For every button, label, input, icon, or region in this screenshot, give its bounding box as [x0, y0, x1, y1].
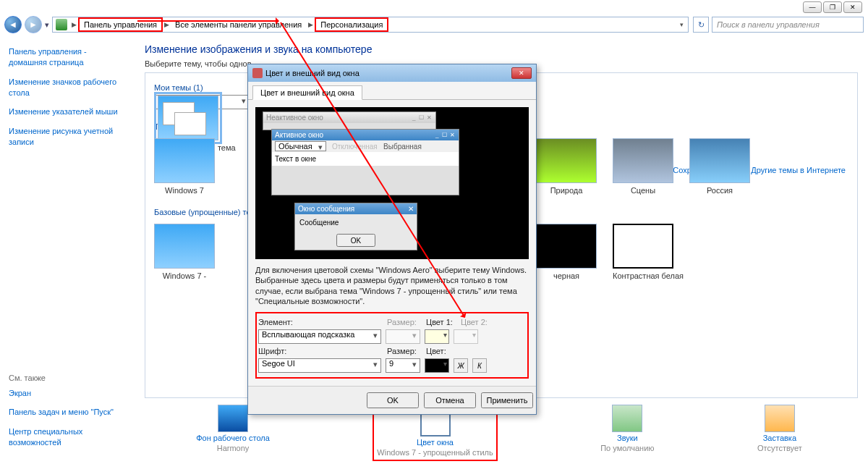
wallpaper-icon [218, 405, 248, 432]
see-also-heading: См. также [9, 374, 135, 382]
theme-hc-black[interactable]: черная [536, 224, 597, 280]
see-also-section: См. также Экран Панель задач и меню "Пус… [9, 374, 135, 457]
page-title: Изменение изображения и звука на компьют… [145, 43, 858, 55]
preview-inactive-window: Неактивное окно_ ☐ ✕ [263, 111, 436, 130]
msgbox-body: Сообщение [295, 214, 417, 231]
forward-button[interactable]: ► [25, 16, 42, 33]
menu-item: Обычная [275, 141, 326, 151]
tab-strip: Цвет и внешний вид окна [248, 82, 536, 100]
color-appearance-dialog: Цвет и внешний вид окна ✕ Цвет и внешний… [247, 64, 537, 415]
font-size-select[interactable]: 9 [386, 358, 420, 373]
history-dropdown-icon[interactable]: ▾ [45, 20, 49, 30]
element-row-highlight: Элемент: Размер: Цвет 1: Цвет 2: Всплыва… [255, 312, 529, 379]
element-row: Элемент: Размер: Цвет 1: Цвет 2: [258, 318, 526, 326]
label: Цвет окна [417, 438, 454, 447]
theme-thumbnail [158, 96, 218, 140]
appearance-preview: Неактивное окно_ ☐ ✕ Активное окно_ ☐ ✕ … [255, 107, 529, 259]
close-icon: ✕ [408, 205, 414, 213]
color1-label: Цвет 1: [426, 318, 456, 326]
active-title: Активное окно [275, 131, 323, 139]
theme-win7-basic[interactable]: Windows 7 - [154, 224, 215, 280]
seealso-ease-of-access[interactable]: Центр специальных возможностей [9, 426, 135, 448]
color1-picker[interactable] [425, 329, 449, 344]
sublabel: Отсутствует [757, 444, 802, 452]
chevron-right-icon[interactable]: ▶ [307, 21, 315, 28]
screensaver-button[interactable]: Заставка Отсутствует [757, 405, 802, 461]
sidebar-link-account-pic[interactable]: Изменение рисунка учетной записи [9, 126, 126, 148]
size-select [386, 329, 420, 344]
sidebar-link-home[interactable]: Панель управления - домашняя страница [9, 46, 126, 68]
sounds-icon [612, 405, 642, 432]
link-more-themes[interactable]: Другие темы в Интернете [751, 166, 846, 174]
dialog-close-button[interactable]: ✕ [511, 67, 532, 79]
element-select[interactable]: Всплывающая подсказка [258, 329, 381, 344]
close-button[interactable]: ✕ [843, 1, 862, 13]
cancel-button[interactable]: Отмена [424, 392, 476, 408]
control-panel-icon [56, 19, 67, 30]
chevron-right-icon[interactable]: ▶ [70, 21, 78, 28]
element-label: Элемент: [258, 318, 296, 326]
address-bar[interactable]: ▶ Панель управления ▶ Все элементы панел… [52, 17, 689, 33]
refresh-button[interactable]: ↻ [693, 17, 709, 33]
sidebar-link-pointers[interactable]: Изменение указателей мыши [9, 106, 126, 117]
fcolor-label: Цвет: [426, 347, 446, 355]
color2-picker [454, 329, 478, 344]
dialog-body: Неактивное окно_ ☐ ✕ Активное окно_ ☐ ✕ … [248, 100, 536, 386]
inactive-title: Неактивное окно [266, 114, 323, 122]
back-button[interactable]: ◄ [4, 16, 22, 33]
italic-button[interactable]: К [472, 358, 487, 373]
dialog-note: Для включения цветовой схемы "Windows Ae… [255, 265, 529, 306]
msgbox-title: Окно сообщения [298, 205, 354, 213]
window-buttons-icon: _ ☐ ✕ [435, 132, 456, 138]
theme-nature[interactable]: Природа [536, 138, 597, 195]
preview-menu: Обычная Отключенная Выбранная [272, 140, 459, 152]
menu-item-disabled: Отключенная [332, 143, 378, 151]
sublabel: Harmony [217, 444, 250, 452]
theme-hc-white[interactable]: Контрастная белая [613, 224, 684, 280]
font-row: Шрифт: Размер: Цвет: [258, 347, 526, 355]
menu-item-selected: Выбранная [383, 143, 422, 151]
sublabel: По умолчанию [600, 444, 654, 452]
sounds-button[interactable]: Звуки По умолчанию [600, 405, 654, 461]
dialog-titlebar[interactable]: Цвет и внешний вид окна ✕ [248, 64, 536, 82]
label: Фон рабочего стола [196, 434, 270, 442]
theme-unsaved[interactable]: Несохраненная тема [154, 95, 250, 109]
bold-button[interactable]: Ж [454, 358, 468, 373]
theme-scenes[interactable]: Сцены [613, 138, 673, 195]
sidebar-link-icons[interactable]: Изменение значков рабочего стола [9, 77, 126, 98]
navigation-bar: ◄ ► ▾ ▶ Панель управления ▶ Все элементы… [0, 14, 868, 35]
dialog-icon [252, 68, 263, 78]
seealso-display[interactable]: Экран [9, 388, 135, 399]
theme-windows7[interactable]: Windows 7 [154, 138, 215, 195]
apply-button[interactable]: Применить [481, 392, 533, 408]
sublabel: Windows 7 - упрощенный стиль [377, 448, 493, 457]
breadcrumb-root[interactable]: Панель управления [78, 17, 163, 32]
theme-russia[interactable]: Россия [689, 138, 750, 195]
label: Заставка [763, 434, 796, 442]
search-input[interactable]: Поиск в панели управления [712, 17, 864, 33]
breadcrumb-leaf[interactable]: Персонализация [315, 17, 388, 32]
font-color-picker[interactable] [425, 358, 449, 373]
ok-button[interactable]: OK [367, 392, 419, 408]
search-placeholder: Поиск в панели управления [717, 20, 820, 29]
label: Звуки [617, 434, 638, 442]
maximize-button[interactable]: ❐ [823, 1, 842, 13]
msgbox-ok-button: OK [336, 234, 375, 247]
font-select[interactable]: Segoe UI [258, 358, 381, 373]
font-label: Шрифт: [258, 347, 296, 355]
window-controls: — ❐ ✕ [803, 1, 862, 13]
window-buttons-icon: _ ☐ ✕ [412, 114, 433, 121]
minimize-button[interactable]: — [803, 1, 822, 13]
screensaver-icon [765, 405, 795, 432]
chevron-right-icon[interactable]: ▶ [163, 21, 171, 28]
dialog-button-row: OK Отмена Применить [248, 386, 536, 414]
tab-color-appearance[interactable]: Цвет и внешний вид окна [252, 85, 362, 100]
address-dropdown-icon[interactable]: ▾ [678, 21, 685, 28]
sidebar: Панель управления - домашняя страница Из… [0, 39, 135, 464]
seealso-taskbar[interactable]: Панель задач и меню "Пуск" [9, 407, 135, 418]
size-label: Размер: [387, 318, 422, 326]
annotation-arrow [137, 20, 278, 22]
window-preview-icon [174, 112, 206, 135]
fsize-label: Размер: [387, 347, 422, 355]
preview-active-window: Активное окно_ ☐ ✕ Обычная Отключенная В… [271, 129, 459, 195]
